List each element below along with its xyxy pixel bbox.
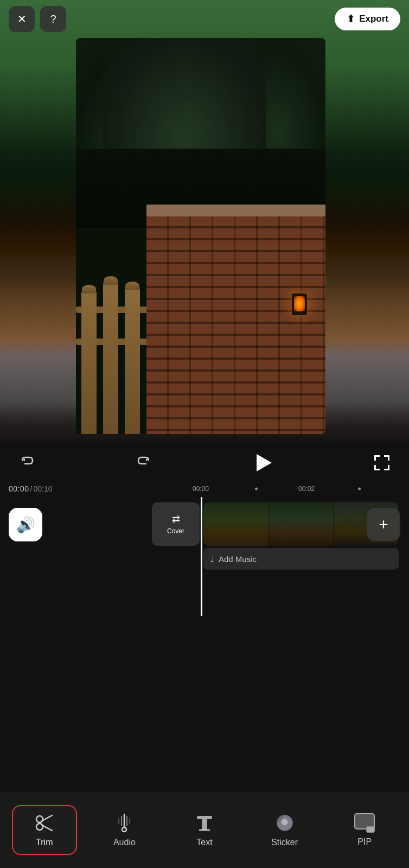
- redo-icon: [136, 455, 151, 470]
- clip-segment-1: [203, 502, 269, 546]
- dot-1: [255, 488, 258, 490]
- top-bar-left: ✕ ?: [9, 6, 66, 32]
- top-bar: ✕ ? ⬆ Export: [0, 0, 409, 38]
- fullscreen-icon: [374, 455, 389, 470]
- export-label: Export: [359, 14, 388, 24]
- help-icon: ?: [50, 13, 56, 25]
- lantern: [292, 293, 309, 321]
- brick-wall: [146, 216, 325, 435]
- dot-2: [358, 488, 361, 490]
- timeline-playhead[interactable]: [201, 497, 202, 616]
- music-note-icon: ♩: [210, 554, 214, 564]
- add-clip-button[interactable]: +: [367, 508, 400, 541]
- fullscreen-button[interactable]: [370, 451, 394, 475]
- trim-label: Trim: [36, 838, 53, 847]
- marker-0: 00:00: [193, 485, 209, 493]
- undo-icon: [20, 455, 35, 470]
- audio-icon: 🔊: [16, 516, 35, 534]
- video-preview: [0, 0, 409, 445]
- upload-icon: ⬆: [347, 13, 355, 25]
- pip-label: PIP: [357, 837, 372, 847]
- add-music-label: Add Music: [219, 554, 257, 564]
- brick-top: [146, 205, 325, 216]
- plus-icon: +: [379, 515, 388, 534]
- play-button[interactable]: [249, 449, 277, 477]
- pip-tool[interactable]: PIP: [332, 807, 397, 853]
- add-music-bar[interactable]: ♩ Add Music: [203, 548, 399, 570]
- bottom-toolbar: Trim Audio Text Sticker: [0, 792, 409, 868]
- cover-label: Cover: [167, 527, 184, 535]
- play-icon: [257, 454, 272, 471]
- help-button[interactable]: ?: [40, 6, 66, 32]
- video-frame: [76, 38, 325, 434]
- svg-rect-6: [202, 819, 207, 830]
- scissors-icon: [34, 813, 55, 833]
- text-tool[interactable]: Text: [172, 806, 237, 854]
- export-button[interactable]: ⬆ Export: [335, 8, 400, 30]
- svg-line-3: [42, 825, 52, 831]
- timeline-area[interactable]: 🔊 ⇄ Cover + ♩ Add Music: [0, 497, 409, 616]
- scene-container: [76, 38, 325, 434]
- audio-tool[interactable]: Audio: [92, 806, 157, 854]
- timeline-markers: 00:00 00:02: [0, 481, 409, 497]
- cover-clip[interactable]: ⇄ Cover: [152, 502, 200, 546]
- audio-button[interactable]: 🔊: [9, 508, 42, 541]
- audio-label: Audio: [113, 838, 136, 847]
- close-button[interactable]: ✕: [9, 6, 35, 32]
- video-background: [0, 0, 409, 445]
- sticker-tool-icon: [274, 813, 295, 833]
- svg-point-4: [122, 827, 126, 832]
- sticker-tool[interactable]: Sticker: [252, 806, 317, 854]
- sticker-label: Sticker: [271, 838, 298, 847]
- cover-swap-icon: ⇄: [172, 513, 180, 525]
- pip-icon: [354, 813, 375, 833]
- trim-tool[interactable]: Trim: [12, 805, 77, 855]
- clip-segment-2: [269, 502, 334, 546]
- redo-button[interactable]: [132, 451, 156, 475]
- marker-2: 00:02: [298, 485, 315, 493]
- controls-bar: [0, 444, 409, 482]
- audio-tool-icon: [114, 813, 135, 833]
- text-label: Text: [196, 838, 212, 847]
- svg-rect-5: [197, 816, 212, 819]
- undo-button[interactable]: [15, 451, 39, 475]
- close-icon: ✕: [17, 12, 27, 25]
- text-tool-icon: [194, 813, 215, 833]
- svg-line-2: [42, 815, 52, 821]
